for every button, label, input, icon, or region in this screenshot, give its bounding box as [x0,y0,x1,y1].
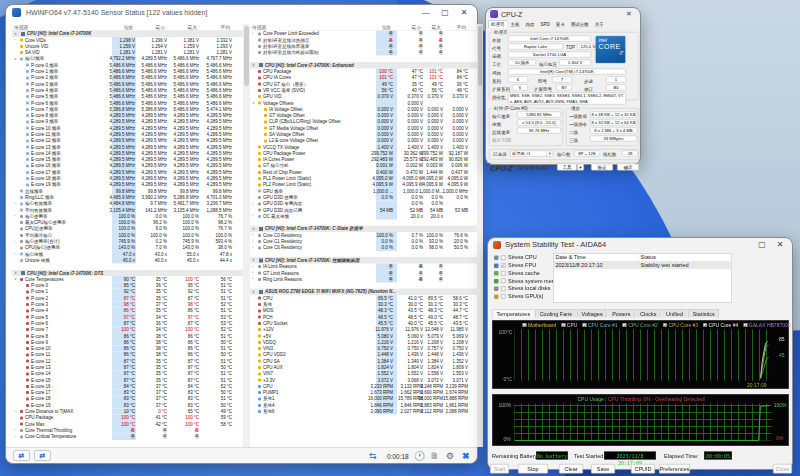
elapsed-label: Elapsed Time: [664,453,699,459]
elapsed-time: 0:00:18 [387,453,409,460]
sensor-row[interactable]: 封装/环形总线功耗超出限制否否否 [250,49,477,55]
aida-tab-2[interactable]: Voltages [577,309,607,318]
cpuz-app-icon [490,10,498,18]
sensor-row[interactable]: Uncore 倍频45.0 x40.0 x45.0 x44.4 x [12,257,243,263]
hwinfo-statusbar: ⇄ ⇄ ⇆ 0:00:18 🕐 🗎 ⚙ ✖ [6,447,477,463]
minimize-icon[interactable]: — [419,8,433,17]
cpuid-button[interactable]: CPUID [631,464,655,474]
legend-item[interactable]: ✓GALAX HB787000 [743,322,790,328]
started-label: Test Started: [574,453,605,459]
close-icon[interactable]: ✕ [622,10,636,18]
cpuz-title: CPU-Z [501,11,522,18]
tools-button[interactable]: 工具 [557,164,577,171]
scrollbar-left-panel[interactable] [243,24,250,447]
validate-button[interactable]: 验证 [591,164,613,171]
aida-tab-0[interactable]: Temperatures [492,309,535,318]
tab-3[interactable]: SPD [538,20,553,28]
aida-tabs: TemperaturesCooling FansVoltagesPowersCl… [492,309,720,318]
sensor-panel-right[interactable]: 传感器当前最小最大平均›Core Power Limit Exceeded否否否… [250,24,477,447]
tab-0[interactable]: 处理器 [488,20,508,28]
preferences-button[interactable]: Preferences [659,464,690,474]
stop-button[interactable]: Stop [518,464,548,474]
cpuz-titlebar[interactable]: CPU-Z ✕ [486,8,640,20]
network-icon[interactable]: ⇆ [369,451,377,461]
instruction-set: MMX, SSE, SSE2, SSE3, SSSE3, SSE4.1, SSE… [508,93,626,105]
swap-columns-button[interactable]: ⇄ [13,450,30,461]
col-status: Status [639,254,732,262]
report-icon[interactable]: 🗎 [430,451,439,461]
elapsed-value: 00:00:05 [704,452,732,460]
started-value: 2023/11/8 20:17:09 [604,452,656,460]
save-button[interactable]: Save [591,464,615,474]
status-row: 2023/11/8 20:17:10Stability test started [554,262,732,270]
scrollbar-right-panel[interactable] [477,24,483,447]
sensor-row[interactable]: 系统62,090 RPM2,027 RPM2,112 RPM2,088 RPM [250,408,477,414]
close-icon[interactable]: ✕ [773,240,787,249]
hwinfo-titlebar[interactable]: HWiNFO64 v7.47-5140 Sensor Status [122 v… [6,5,477,20]
sensor-row[interactable]: ›Core C6 Residency0.0 %0.0 %98.0 %50.5 % [250,245,477,251]
aida-tab-1[interactable]: Cooling Fans [535,309,576,318]
cpuz-window: CPU-Z ✕ 处理器主板内存SPD显卡测试分数关于处理器名称Intel Cor… [485,7,641,165]
aida-titlebar[interactable]: System Stability Test - AIDA64 ▢ ✕ [488,238,792,251]
legend-item[interactable]: ✓CPU Core #1 [582,322,617,328]
aida-title: System Stability Test - AIDA64 [505,240,606,249]
close-icon[interactable]: ✕ [457,8,471,17]
start-button[interactable]: Start [490,464,509,474]
legend-item[interactable]: ✓Motherboard [523,322,557,328]
cpuz-version: Ver. 2.08.0.x64 [517,166,547,171]
battery-label: Remaining Battery: [492,453,539,459]
legend-item[interactable]: ✓CPU [561,322,577,328]
legend-item[interactable]: ✓CPU Core #3 [663,322,698,328]
tab-6[interactable]: 关于 [592,20,607,28]
cpuz-logo: CPU-Z [490,164,513,173]
status-list[interactable]: Date & TimeStatus 2023/11/8 20:17:10Stab… [553,253,732,303]
sensor-row[interactable]: ›Ring Limit Reasons否是否 [250,276,477,282]
tab-5[interactable]: 测试分数 [568,20,592,28]
processor-select[interactable]: 处理器 #1▾ [510,151,553,157]
cpuz-content: 处理器主板内存SPD显卡测试分数关于处理器名称Intel Core i7 147… [486,20,642,166]
legend-item[interactable]: ✓CPU Core #2 [623,322,658,328]
tools-dropdown[interactable]: ▾ [577,164,584,171]
legend-item[interactable]: ✓CPU Core #4 [703,322,738,328]
tab-1[interactable]: 主板 [508,20,523,28]
hwinfo-window: HWiNFO64 v7.47-5140 Sensor Status [122 v… [5,4,478,464]
aida-content: Stress CPU✓Stress FPUStress cacheStress … [488,251,794,471]
usage-header: CPU Usage | CPU Throttling: 0% - Overhea… [578,396,706,402]
clock-icon[interactable]: 🕐 [414,451,425,461]
aida-tab-4[interactable]: Clocks [635,309,661,318]
temperature-graph: ✓Motherboard✓CPU✓CPU Core #1✓CPU Core #2… [492,320,789,389]
battery-value: No battery [536,452,568,460]
clear-button[interactable]: Clear [559,464,583,474]
sensor-panel-left[interactable]: 传感器当前最小最大平均∨CPU [#0]: Intel Core i7-1470… [12,24,243,447]
hwinfo-title: HWiNFO64 v7.47-5140 Sensor Status [122 v… [26,9,207,16]
col-date-time: Date & Time [554,254,639,262]
tab-2[interactable]: 内存 [523,20,538,28]
aida-tab-5[interactable]: Unified [662,309,688,318]
swap-panels-button[interactable]: ⇄ [34,450,51,461]
maximize-icon[interactable]: ▢ [438,8,452,17]
aida-tab-3[interactable]: Powers [608,309,635,318]
aida-app-icon [493,241,501,249]
tab-4[interactable]: 显卡 [553,20,568,28]
sensor-row[interactable]: ›OC 最大倍频20.0 x20.0 x [250,213,477,219]
exit-icon[interactable]: ✖ [462,451,470,461]
cpu-usage-graph: CPU Usage | CPU Throttling: 0% - Overhea… [492,394,789,446]
close-button[interactable]: Close [773,464,792,474]
sensor-row[interactable]: ›Core Critical Temperature否否否 [12,434,243,440]
hwinfo-app-icon [12,8,21,17]
aida-window: System Stability Test - AIDA64 ▢ ✕ Stres… [487,237,793,470]
aida-tab-6[interactable]: Statistics [688,309,719,318]
cpuz-tabs: 处理器主板内存SPD显卡测试分数关于 [488,20,607,28]
settings-gear-icon[interactable]: ⚙ [446,451,454,461]
intel-core-badge: intel CORE i7 [595,36,626,64]
maximize-icon[interactable]: ▢ [755,240,769,249]
ok-button[interactable]: 确定 [617,164,639,171]
